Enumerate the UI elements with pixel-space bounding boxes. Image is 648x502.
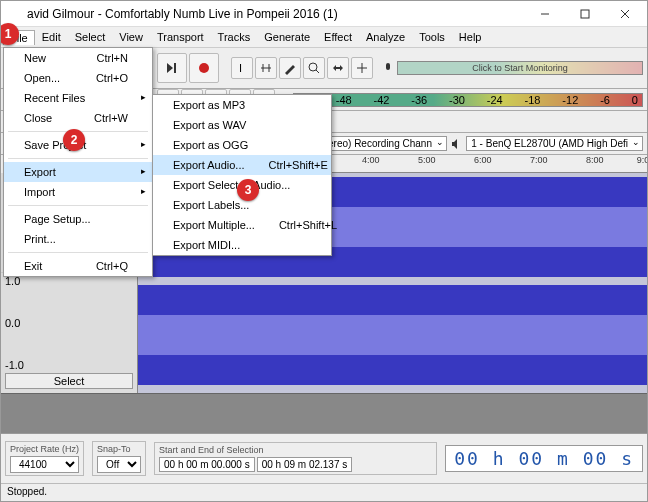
draw-tool[interactable] <box>279 57 301 79</box>
menu-close[interactable]: CloseCtrl+W <box>4 108 152 128</box>
output-device-select[interactable]: 1 - BenQ EL2870U (AMD High Defi <box>466 136 643 151</box>
envelope-tool[interactable] <box>255 57 277 79</box>
selection-end[interactable]: 00 h 09 m 02.137 s <box>257 457 353 472</box>
maximize-button[interactable] <box>565 1 605 27</box>
mic-icon <box>381 61 395 75</box>
export-submenu: Export as MP3 Export as WAV Export as OG… <box>152 94 332 256</box>
menu-import[interactable]: Import <box>4 182 152 202</box>
menu-export[interactable]: Export Export as MP3 Export as WAV Expor… <box>4 162 152 182</box>
menu-page-setup[interactable]: Page Setup... <box>4 209 152 229</box>
project-rate-label: Project Rate (Hz) <box>10 444 79 454</box>
menu-recent-files[interactable]: Recent Files <box>4 88 152 108</box>
project-rate-select[interactable]: 44100 <box>10 456 79 473</box>
window-title: avid Gilmour - Comfortably Numb Live in … <box>3 7 525 21</box>
svg-line-8 <box>316 70 319 73</box>
close-button[interactable] <box>605 1 645 27</box>
svg-point-7 <box>309 63 317 71</box>
menu-export-ogg[interactable]: Export as OGG <box>153 135 331 155</box>
menu-transport[interactable]: Transport <box>150 29 211 45</box>
menu-open[interactable]: Open...Ctrl+O <box>4 68 152 88</box>
snap-to-label: Snap-To <box>97 444 141 454</box>
menu-help[interactable]: Help <box>452 29 489 45</box>
menu-exit[interactable]: ExitCtrl+Q <box>4 256 152 276</box>
playback-meter[interactable]: -54-48-42-36-30-24-18-12-60 <box>293 93 643 107</box>
menu-view[interactable]: View <box>112 29 150 45</box>
menu-export-audio[interactable]: Export Audio...Ctrl+Shift+E <box>153 155 331 175</box>
menu-tracks[interactable]: Tracks <box>211 29 258 45</box>
menu-export-wav[interactable]: Export as WAV <box>153 115 331 135</box>
selection-toolbar: Project Rate (Hz) 44100 Snap-To Off Star… <box>1 433 647 483</box>
menu-export-multiple[interactable]: Export Multiple...Ctrl+Shift+L <box>153 215 331 235</box>
zoom-tool[interactable] <box>303 57 325 79</box>
selection-start[interactable]: 00 h 00 m 00.000 s <box>159 457 255 472</box>
speaker-icon <box>451 138 462 150</box>
menu-new[interactable]: NewCtrl+N <box>4 48 152 68</box>
record-button[interactable] <box>189 53 219 83</box>
menu-tools[interactable]: Tools <box>412 29 452 45</box>
selection-label: Start and End of Selection <box>159 445 432 455</box>
status-bar: Stopped. <box>1 483 647 501</box>
menu-analyze[interactable]: Analyze <box>359 29 412 45</box>
menu-print[interactable]: Print... <box>4 229 152 249</box>
menu-select[interactable]: Select <box>68 29 113 45</box>
record-meter[interactable]: Click to Start Monitoring <box>397 61 643 75</box>
menu-edit[interactable]: Edit <box>35 29 68 45</box>
selection-tool[interactable]: I <box>231 57 253 79</box>
svg-point-5 <box>199 63 209 73</box>
annotation-badge-3: 3 <box>237 179 259 201</box>
svg-text:I: I <box>239 62 242 74</box>
snap-to-select[interactable]: Off <box>97 456 141 473</box>
minimize-button[interactable] <box>525 1 565 27</box>
svg-rect-4 <box>174 63 176 73</box>
menu-export-midi: Export MIDI... <box>153 235 331 255</box>
skip-end-button[interactable] <box>157 53 187 83</box>
svg-rect-1 <box>581 10 589 18</box>
file-menu-dropdown: NewCtrl+N Open...Ctrl+O Recent Files Clo… <box>3 47 153 277</box>
menu-export-mp3[interactable]: Export as MP3 <box>153 95 331 115</box>
menu-generate[interactable]: Generate <box>257 29 317 45</box>
annotation-badge-2: 2 <box>63 129 85 151</box>
menu-effect[interactable]: Effect <box>317 29 359 45</box>
timeshift-tool[interactable] <box>327 57 349 79</box>
time-display[interactable]: 00 h 00 m 00 s <box>445 445 643 472</box>
menubar: File Edit Select View Transport Tracks G… <box>1 27 647 47</box>
track-select-button[interactable]: Select <box>5 373 133 389</box>
multi-tool[interactable] <box>351 57 373 79</box>
